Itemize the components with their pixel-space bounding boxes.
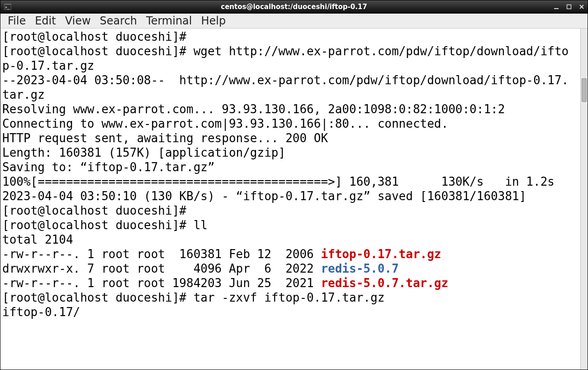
terminal-text: [root@localhost duoceshi]# bbox=[2, 30, 186, 43]
terminal-line: 2023-04-04 03:50:10 (130 KB/s) - “iftop-… bbox=[2, 189, 579, 203]
svg-rect-3 bbox=[554, 8, 559, 9]
terminal-line: Length: 160381 (157K) [application/gzip] bbox=[2, 145, 579, 160]
terminal-window: >_ centos@localhost:/duoceshi/iftop-0.17… bbox=[0, 0, 588, 370]
filename-red: iftop-0.17.tar.gz bbox=[321, 247, 441, 261]
terminal-line: p-0.17.tar.gz bbox=[2, 58, 579, 73]
terminal-line: 100%[===================================… bbox=[2, 174, 579, 189]
terminal-text: [root@localhost duoceshi]# wget http://w… bbox=[2, 44, 569, 58]
terminal-text: total 2104 bbox=[2, 233, 73, 246]
terminal-line: Saving to: “iftop-0.17.tar.gz” bbox=[2, 160, 579, 174]
terminal-text: -rw-r--r--. 1 root root 160381 Feb 12 20… bbox=[2, 247, 321, 261]
menu-help[interactable]: Help bbox=[197, 14, 231, 27]
vertical-scrollbar[interactable] bbox=[580, 29, 588, 370]
terminal-line: [root@localhost duoceshi]# ll bbox=[2, 218, 579, 232]
maximize-button[interactable] bbox=[565, 3, 573, 10]
terminal-output[interactable]: [root@localhost duoceshi]#[root@localhos… bbox=[0, 29, 580, 370]
terminal-text: HTTP request sent, awaiting response... … bbox=[2, 131, 328, 145]
terminal-area-wrap: [root@localhost duoceshi]#[root@localhos… bbox=[0, 29, 588, 370]
terminal-line: Resolving www.ex-parrot.com... 93.93.130… bbox=[2, 102, 579, 116]
window-titlebar[interactable]: >_ centos@localhost:/duoceshi/iftop-0.17 bbox=[0, 0, 588, 14]
terminal-text: [root@localhost duoceshi]# ll bbox=[2, 218, 208, 232]
filename-blue: redis-5.0.7 bbox=[321, 262, 398, 275]
terminal-line: [root@localhost duoceshi]# wget http://w… bbox=[2, 44, 579, 58]
terminal-text: 100%[===================================… bbox=[2, 175, 555, 188]
menu-search[interactable]: Search bbox=[95, 14, 142, 27]
menubar: File Edit View Search Terminal Help bbox=[0, 14, 588, 29]
filename-red: redis-5.0.7.tar.gz bbox=[321, 276, 448, 290]
terminal-line: [root@localhost duoceshi]# bbox=[2, 203, 579, 218]
terminal-line: [root@localhost duoceshi]# bbox=[2, 29, 579, 44]
terminal-text: Length: 160381 (157K) [application/gzip] bbox=[2, 146, 285, 159]
svg-rect-1 bbox=[4, 4, 11, 5]
terminal-app-icon: >_ bbox=[4, 3, 11, 10]
terminal-line: -rw-r--r--. 1 root root 1984203 Jun 25 2… bbox=[2, 276, 579, 290]
menu-edit[interactable]: Edit bbox=[30, 14, 60, 27]
terminal-text: -rw-r--r--. 1 root root 1984203 Jun 25 2… bbox=[2, 276, 321, 290]
terminal-line: [root@localhost duoceshi]# tar -zxvf ift… bbox=[2, 290, 579, 305]
menu-terminal[interactable]: Terminal bbox=[142, 14, 196, 27]
terminal-text: Resolving www.ex-parrot.com... 93.93.130… bbox=[2, 102, 505, 116]
terminal-text: drwxrwxr-x. 7 root root 4096 Apr 6 2022 bbox=[2, 262, 321, 275]
terminal-text: Connecting to www.ex-parrot.com|93.93.13… bbox=[2, 117, 448, 130]
scrollbar-thumb[interactable] bbox=[582, 78, 587, 102]
terminal-line: total 2104 bbox=[2, 232, 579, 247]
terminal-text: --2023-04-04 03:50:08-- http://www.ex-pa… bbox=[2, 73, 569, 87]
terminal-line: -rw-r--r--. 1 root root 160381 Feb 12 20… bbox=[2, 247, 579, 261]
terminal-text: Saving to: “iftop-0.17.tar.gz” bbox=[2, 160, 215, 174]
close-button[interactable] bbox=[578, 3, 586, 10]
window-controls bbox=[552, 0, 586, 13]
terminal-line: --2023-04-04 03:50:08-- http://www.ex-pa… bbox=[2, 73, 579, 87]
svg-text:>_: >_ bbox=[5, 5, 9, 10]
terminal-text: iftop-0.17/ bbox=[2, 305, 80, 319]
window-title: centos@localhost:/duoceshi/iftop-0.17 bbox=[0, 3, 588, 11]
terminal-text: [root@localhost duoceshi]# tar -zxvf ift… bbox=[2, 291, 384, 304]
menu-view[interactable]: View bbox=[61, 14, 95, 27]
terminal-line: HTTP request sent, awaiting response... … bbox=[2, 131, 579, 145]
menu-file[interactable]: File bbox=[3, 14, 30, 27]
terminal-line: tar.gz bbox=[2, 87, 579, 102]
terminal-line: Connecting to www.ex-parrot.com|93.93.13… bbox=[2, 116, 579, 131]
terminal-text: [root@localhost duoceshi]# bbox=[2, 204, 186, 217]
minimize-button[interactable] bbox=[552, 3, 560, 10]
terminal-text: 2023-04-04 03:50:10 (130 KB/s) - “iftop-… bbox=[2, 189, 526, 203]
terminal-line: iftop-0.17/ bbox=[2, 305, 579, 319]
terminal-line: drwxrwxr-x. 7 root root 4096 Apr 6 2022 … bbox=[2, 261, 579, 276]
svg-rect-4 bbox=[567, 5, 571, 9]
terminal-text: tar.gz bbox=[2, 88, 45, 101]
terminal-text: p-0.17.tar.gz bbox=[2, 59, 95, 72]
